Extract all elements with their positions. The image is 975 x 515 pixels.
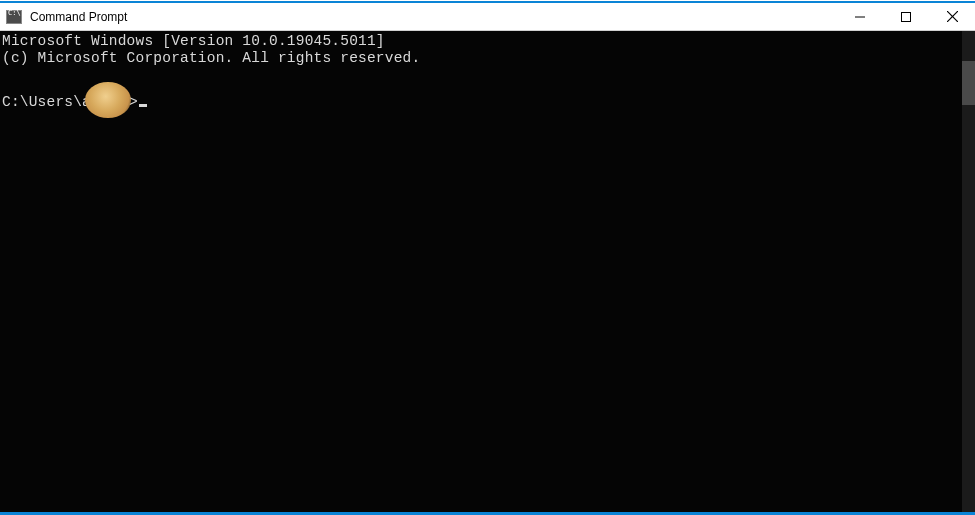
command-prompt-window: Command Prompt Microsoft Windows [Versi [0, 1, 975, 514]
close-icon [947, 11, 958, 22]
banner-line-1: Microsoft Windows [Version 10.0.19045.50… [2, 33, 385, 49]
minimize-icon [855, 12, 865, 22]
vertical-scrollbar[interactable] [962, 31, 975, 514]
banner-line-2: (c) Microsoft Corporation. All rights re… [2, 50, 420, 66]
svg-rect-1 [902, 12, 911, 21]
terminal-output[interactable]: Microsoft Windows [Version 10.0.19045.50… [0, 31, 962, 514]
scrollbar-thumb[interactable] [962, 61, 975, 105]
close-button[interactable] [929, 3, 975, 30]
maximize-icon [901, 12, 911, 22]
prompt-prefix: C:\Users\a [2, 94, 91, 110]
cmd-icon [6, 10, 22, 24]
console-area: Microsoft Windows [Version 10.0.19045.50… [0, 31, 975, 514]
window-controls [837, 3, 975, 30]
titlebar[interactable]: Command Prompt [0, 3, 975, 31]
maximize-button[interactable] [883, 3, 929, 30]
redaction-blur-icon [85, 82, 131, 118]
cursor-icon [139, 104, 147, 107]
window-title: Command Prompt [30, 10, 837, 24]
minimize-button[interactable] [837, 3, 883, 30]
